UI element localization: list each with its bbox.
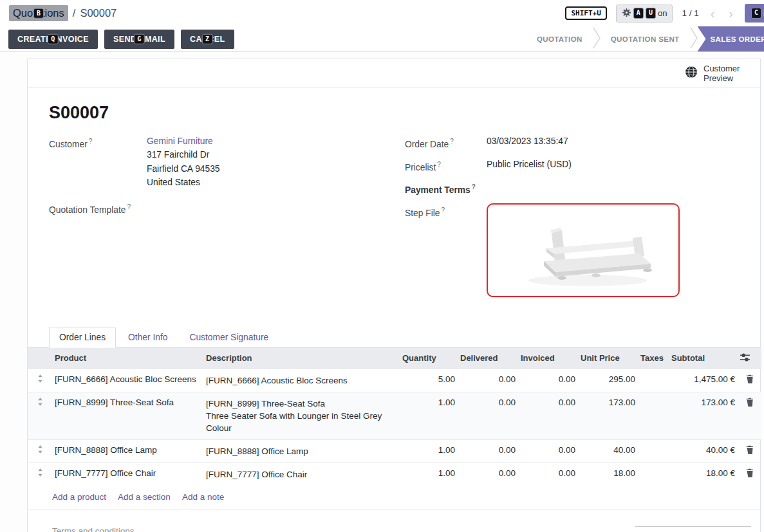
trash-icon	[746, 398, 754, 407]
column-header-quantity: Quantity	[400, 348, 458, 369]
cell-delivered[interactable]: 0.00	[458, 439, 518, 463]
order-date-value[interactable]: 03/03/2023 13:35:47	[487, 134, 568, 151]
column-header-unit-price: Unit Price	[578, 348, 638, 369]
pager-next-button[interactable]: ›	[726, 7, 736, 20]
stage-quotation-sent[interactable]: QUOTATION SENT	[601, 26, 690, 51]
terms-and-conditions-field[interactable]: Terms and conditions...	[52, 526, 142, 532]
cell-taxes[interactable]	[638, 392, 669, 439]
cell-quantity[interactable]: 5.00	[400, 369, 458, 392]
cell-invoiced[interactable]: 0.00	[518, 369, 578, 392]
add-a-note-link[interactable]: Add a note	[182, 492, 224, 502]
pager-previous-button[interactable]: ‹	[708, 7, 718, 20]
delete-line-button[interactable]	[745, 398, 755, 408]
cell-product[interactable]: [FURN_8888] Office Lamp	[52, 439, 203, 463]
cell-description[interactable]: [FURN_6666] Acoustic Bloc Screens	[203, 369, 400, 392]
cancel-button[interactable]: CANCEL Z	[181, 30, 234, 49]
shortcut-hint-shift-u: SHIFT+U	[565, 6, 606, 20]
quotation-template-field[interactable]: Quotation Template?	[49, 200, 405, 217]
customer-preview-button[interactable]: Customer Preview	[685, 64, 750, 83]
delete-line-button[interactable]	[745, 468, 755, 479]
pricelist-value[interactable]: Public Pricelist (USD)	[487, 158, 572, 174]
trash-icon	[746, 468, 754, 477]
drag-handle[interactable]	[37, 398, 43, 408]
cell-taxes[interactable]	[638, 463, 669, 486]
cell-taxes[interactable]	[638, 439, 669, 463]
cell-quantity[interactable]: 1.00	[400, 439, 458, 463]
cell-unit-price[interactable]: 40.00	[578, 439, 638, 463]
column-header-taxes: Taxes	[638, 348, 669, 369]
action-menu-label: on	[658, 8, 667, 18]
pricelist-label: Pricelist?	[405, 158, 487, 174]
delete-line-button[interactable]	[745, 374, 755, 385]
customer-name-link[interactable]: Gemini Furniture	[147, 136, 213, 146]
cell-product[interactable]: [FURN_8999] Three-Seat Sofa	[52, 392, 203, 439]
order-total: Total: 1,706.00 €	[635, 526, 751, 532]
cell-product[interactable]: [FURN_7777] Office Chair	[52, 463, 203, 486]
cell-subtotal: 1,475.00 €	[669, 369, 738, 392]
cell-unit-price[interactable]: 18.00	[578, 463, 638, 486]
delete-line-button[interactable]	[745, 445, 755, 456]
cell-description[interactable]: [FURN_8999] Three-Seat Sofa Three Seater…	[203, 392, 400, 439]
pricelist-field: Pricelist? Public Pricelist (USD)	[405, 158, 760, 174]
top-bar-controls: SHIFT+U A U on 1 / 1 ‹ › C l	[565, 4, 764, 23]
corner-button[interactable]: C l	[745, 4, 764, 23]
cell-invoiced[interactable]: 0.00	[518, 439, 578, 463]
cell-invoiced[interactable]: 0.00	[518, 392, 578, 439]
help-icon: ?	[441, 206, 445, 214]
action-bar: CREATE INVOICE Q SEND EMAIL G CANCEL Z Q…	[0, 26, 764, 52]
shortcut-hint-a: A	[633, 8, 644, 19]
cell-quantity[interactable]: 1.00	[400, 392, 458, 439]
add-a-product-link[interactable]: Add a product	[52, 492, 106, 502]
drag-handle[interactable]	[37, 446, 43, 455]
cell-description[interactable]: [FURN_7777] Office Chair	[203, 463, 400, 486]
cell-invoiced[interactable]: 0.00	[518, 463, 578, 486]
customer-field-label: Customer?	[49, 134, 147, 190]
drag-handle[interactable]	[37, 375, 43, 385]
cell-unit-price[interactable]: 173.00	[578, 392, 638, 439]
order-line-row: [FURN_6666] Acoustic Bloc Screens [FURN_…	[28, 369, 761, 392]
tab-customer-signature[interactable]: Customer Signature	[180, 327, 278, 347]
gear-icon	[622, 8, 631, 19]
notebook-tabs: Order Lines Other Info Customer Signatur…	[28, 327, 760, 348]
cell-unit-price[interactable]: 295.00	[578, 369, 638, 392]
sliders-icon	[740, 353, 750, 362]
stage-quotation[interactable]: QUOTATION	[526, 26, 593, 51]
tab-order-lines[interactable]: Order Lines	[49, 327, 116, 348]
help-icon: ?	[437, 161, 441, 168]
globe-icon	[685, 66, 698, 80]
breadcrumb-separator: /	[73, 7, 76, 19]
add-a-section-link[interactable]: Add a section	[118, 492, 171, 502]
cell-description[interactable]: [FURN_8888] Office Lamp	[203, 439, 400, 463]
column-header-delivered: Delivered	[458, 348, 518, 369]
drag-handle[interactable]	[37, 469, 43, 479]
form-footer: Terms and conditions... Total: 1,706.00 …	[28, 509, 760, 532]
cell-delivered[interactable]: 0.00	[458, 369, 518, 392]
cell-product[interactable]: [FURN_6666] Acoustic Bloc Screens	[52, 369, 203, 392]
column-header-invoiced: Invoiced	[518, 348, 578, 369]
customer-field: Customer? Gemini Furniture 317 Fairchild…	[49, 134, 405, 190]
payment-terms-field: Payment Terms?	[405, 180, 760, 197]
cell-delivered[interactable]: 0.00	[458, 392, 518, 439]
action-menu-button[interactable]: A U on	[616, 5, 673, 23]
shortcut-hint-g: G	[134, 33, 144, 44]
breadcrumb-quotations[interactable]: Quotations B	[9, 5, 68, 21]
help-icon: ?	[472, 183, 476, 190]
toggle-optional-columns[interactable]	[738, 348, 761, 369]
step-file-preview-image[interactable]	[487, 203, 680, 297]
tab-other-info[interactable]: Other Info	[118, 327, 177, 347]
card-top-strip: Customer Preview	[28, 59, 760, 87]
chevron-right-icon: ›	[729, 6, 733, 21]
shortcut-hint-z: Z	[202, 33, 212, 44]
payment-terms-label: Payment Terms?	[405, 180, 487, 197]
order-date-label: Order Date?	[405, 134, 487, 151]
cell-quantity[interactable]: 1.00	[400, 463, 458, 486]
chevron-left-icon: ‹	[711, 6, 715, 21]
stage-sales-order[interactable]: SALES ORDER	[698, 26, 764, 51]
create-invoice-button[interactable]: CREATE INVOICE Q	[8, 30, 98, 49]
top-bar: Quotations B / S00007 SHIFT+U A U on 1 /…	[0, 0, 764, 26]
cell-taxes[interactable]	[638, 369, 669, 392]
order-line-row: [FURN_8999] Three-Seat Sofa [FURN_8999] …	[28, 392, 761, 439]
shortcut-hint-q: Q	[48, 33, 58, 44]
send-email-button[interactable]: SEND EMAIL G	[104, 30, 174, 49]
cell-delivered[interactable]: 0.00	[458, 463, 518, 486]
